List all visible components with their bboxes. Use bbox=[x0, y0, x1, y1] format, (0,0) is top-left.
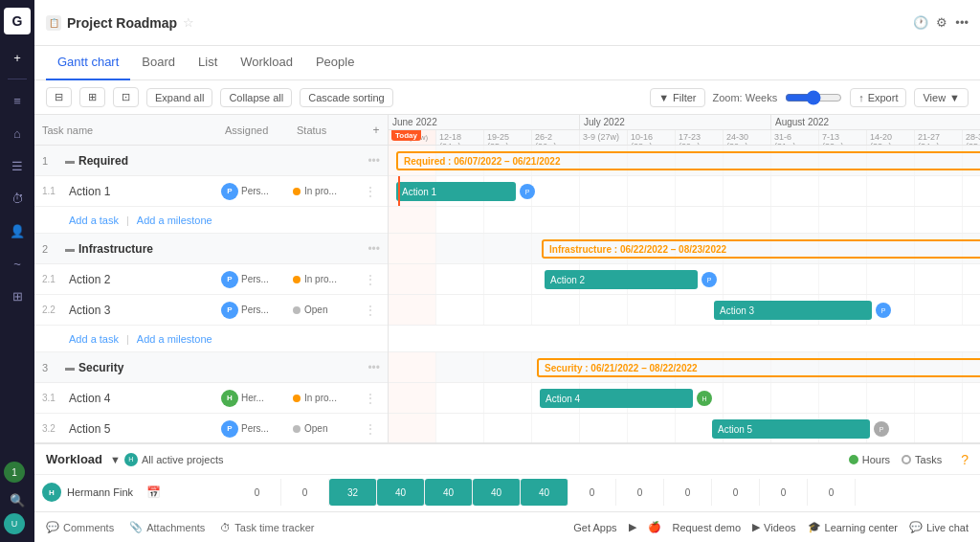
group-bar-label: Required : 06/07/2022 – 06/21/2022 bbox=[404, 156, 560, 167]
gantt-cell bbox=[724, 207, 771, 233]
group-menu-1[interactable]: ••• bbox=[368, 154, 380, 168]
group-menu-3[interactable]: ••• bbox=[368, 361, 380, 374]
gantt-bar-action1[interactable]: Action 1 P bbox=[396, 182, 535, 201]
videos-button[interactable]: ▶ Videos bbox=[752, 521, 795, 533]
task-menu[interactable]: ⋮ bbox=[365, 392, 380, 405]
group-collapse-3[interactable]: ▬ bbox=[65, 362, 75, 373]
gantt-cell bbox=[436, 414, 484, 442]
gantt-bar-action3[interactable]: Action 3 P bbox=[714, 301, 896, 320]
workload-help-icon[interactable]: ? bbox=[961, 452, 969, 467]
hours-label: Hours bbox=[862, 454, 890, 465]
cascade-sorting-button[interactable]: Cascade sorting bbox=[300, 88, 393, 107]
workload-filter[interactable]: ▼ H All active projects bbox=[110, 453, 223, 466]
add-task-link-1[interactable]: Add a task bbox=[69, 215, 119, 226]
sidebar-icon-list[interactable]: ☰ bbox=[4, 152, 31, 179]
comments-button[interactable]: 💬 Comments bbox=[46, 521, 114, 533]
workload-calendar-icon[interactable]: 📅 bbox=[146, 486, 161, 499]
task-menu[interactable]: ⋮ bbox=[365, 273, 380, 286]
group-collapse-2[interactable]: ▬ bbox=[65, 243, 75, 254]
live-chat-button[interactable]: 💬 Live chat bbox=[909, 521, 969, 533]
add-milestone-link-1[interactable]: Add a milestone bbox=[137, 215, 212, 226]
today-badge: Today bbox=[391, 130, 421, 141]
tab-people[interactable]: People bbox=[304, 46, 366, 80]
task-menu[interactable]: ⋮ bbox=[365, 422, 380, 436]
avatar: P bbox=[221, 420, 238, 438]
sidebar-icon-grid[interactable]: ⊞ bbox=[4, 282, 31, 309]
sidebar-icon-chart[interactable]: ~ bbox=[4, 250, 31, 277]
request-demo-button[interactable]: Request demo bbox=[673, 522, 742, 533]
expand-all-button[interactable]: Expand all bbox=[146, 88, 212, 107]
workload-option-tasks[interactable]: Tasks bbox=[902, 454, 942, 465]
add-task-link-2[interactable]: Add a task bbox=[69, 333, 119, 345]
tab-list[interactable]: List bbox=[187, 46, 229, 80]
group-collapse-1[interactable]: ▬ bbox=[65, 155, 75, 166]
group-num-1: 1 bbox=[42, 155, 61, 167]
group-menu-2[interactable]: ••• bbox=[368, 242, 380, 256]
gantt-bar-action5-sec[interactable]: Action 5 P bbox=[712, 419, 899, 439]
gantt-cell bbox=[628, 207, 676, 233]
sidebar-notification[interactable]: 1 bbox=[4, 462, 25, 483]
gantt-bar-action4-sec[interactable]: Action 4 H bbox=[540, 389, 717, 408]
group-row-infrastructure: 2 ▬ Infrastructure ••• bbox=[34, 234, 388, 264]
week-cell: 14-20 (33w) bbox=[867, 130, 915, 145]
view-grid-button[interactable]: ⊟ bbox=[46, 87, 72, 107]
tab-workload[interactable]: Workload bbox=[229, 46, 304, 80]
live-chat-icon: 💬 bbox=[909, 521, 923, 533]
workload-title: Workload bbox=[46, 452, 102, 466]
gantt-bar-action2[interactable]: Action 2 P bbox=[545, 270, 722, 289]
gantt-cell bbox=[724, 176, 771, 206]
gantt-task-row: Action 2 P bbox=[389, 264, 980, 295]
main-content: 📋 Project Roadmap ☆ 🕐 ⚙ ••• Gantt chart … bbox=[34, 0, 980, 542]
favorite-icon[interactable]: ☆ bbox=[183, 15, 194, 30]
time-tracker-button[interactable]: ⏱ Task time tracker bbox=[220, 522, 314, 533]
sidebar-avatar[interactable]: U bbox=[4, 513, 25, 534]
sidebar-icon-home[interactable]: ⌂ bbox=[4, 120, 31, 147]
col-add-button[interactable]: + bbox=[365, 124, 388, 137]
gantt-task-row: Action 4 H bbox=[389, 383, 980, 414]
more-options-icon[interactable]: ••• bbox=[955, 15, 969, 30]
sidebar-icon-user[interactable]: 👤 bbox=[4, 217, 31, 244]
gantt-cell bbox=[484, 414, 532, 442]
view-gantt-button[interactable]: ⊡ bbox=[113, 87, 139, 107]
learning-center-button[interactable]: 🎓 Learning center bbox=[808, 521, 898, 533]
attachments-button[interactable]: 📎 Attachments bbox=[129, 521, 205, 533]
collapse-all-button[interactable]: Collapse all bbox=[220, 88, 292, 107]
task-name: Action 1 bbox=[69, 185, 221, 198]
sidebar-icon-clock[interactable]: ⏱ bbox=[4, 185, 31, 212]
task-menu[interactable]: ⋮ bbox=[365, 304, 380, 317]
avatar: H bbox=[221, 390, 238, 407]
filter-button[interactable]: ▼ Filter bbox=[650, 88, 704, 107]
workload-user: H Hermann Fink 📅 bbox=[42, 483, 234, 502]
play-store-icon[interactable]: ▶ bbox=[629, 521, 636, 533]
sidebar-icon-search[interactable]: 🔍 bbox=[4, 486, 31, 513]
gantt-bar[interactable]: Action 2 bbox=[545, 270, 698, 289]
week-cell: 7-13 (32w) bbox=[819, 130, 867, 145]
task-menu[interactable]: ⋮ bbox=[365, 185, 380, 198]
gantt-bar[interactable]: Action 3 bbox=[714, 301, 872, 320]
gantt-bar[interactable]: Action 5 bbox=[712, 419, 870, 439]
tab-board[interactable]: Board bbox=[130, 46, 187, 80]
task-num: 2.1 bbox=[42, 274, 69, 284]
sidebar-icon-plus[interactable]: + bbox=[4, 44, 31, 71]
view-button[interactable]: View ▼ bbox=[914, 88, 969, 107]
gantt-cell bbox=[819, 207, 867, 233]
group-bar-security: Security : 06/21/2022 – 08/22/2022 bbox=[537, 358, 980, 377]
workload-cell: 0 bbox=[712, 479, 760, 506]
view-list-button[interactable]: ⊞ bbox=[79, 87, 105, 107]
gantt-bar[interactable]: Action 4 bbox=[540, 389, 693, 408]
workload-cell: 0 bbox=[616, 479, 664, 506]
app-logo[interactable]: G bbox=[4, 8, 31, 34]
zoom-slider[interactable] bbox=[785, 90, 842, 105]
gantt-cell bbox=[724, 383, 771, 413]
workload-cell: 0 bbox=[281, 479, 329, 506]
apple-store-icon[interactable]: 🍎 bbox=[648, 521, 661, 533]
sidebar-icon-menu[interactable]: ≡ bbox=[4, 87, 31, 114]
history-icon[interactable]: 🕐 bbox=[913, 15, 928, 30]
gantt-chart[interactable]: June 2022 July 2022 August 2022 5-11 (23… bbox=[389, 115, 980, 442]
export-button[interactable]: ↑ Export bbox=[850, 88, 906, 107]
add-milestone-link-2[interactable]: Add a milestone bbox=[137, 333, 212, 345]
gantt-bar[interactable]: Action 1 bbox=[396, 182, 516, 201]
settings-icon[interactable]: ⚙ bbox=[936, 15, 947, 30]
workload-option-hours[interactable]: Hours bbox=[849, 454, 890, 465]
tab-gantt-chart[interactable]: Gantt chart bbox=[46, 46, 130, 80]
